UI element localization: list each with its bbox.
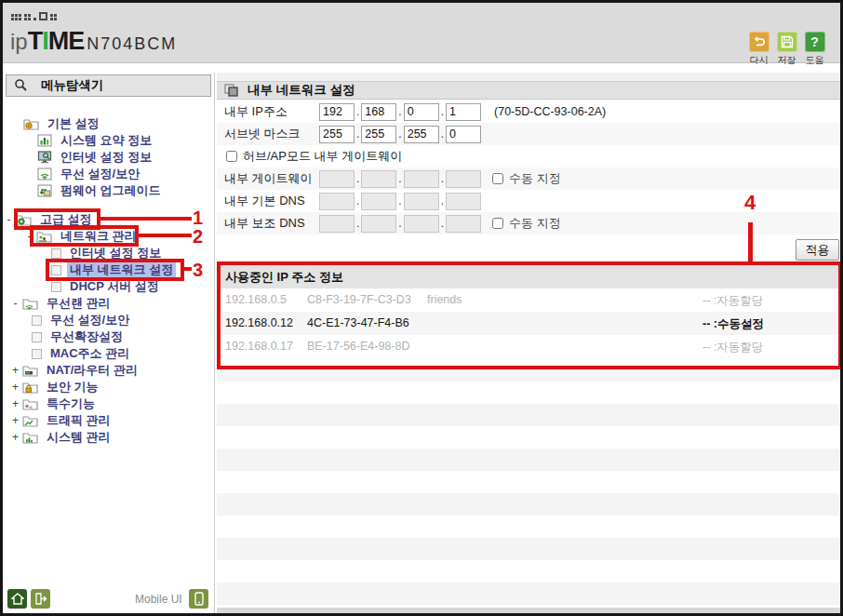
header-buttons: 다시저장?도움 — [746, 32, 827, 67]
ip-octet-input[interactable] — [361, 215, 396, 233]
sidebar-item[interactable]: 무선 설정/보안 — [3, 312, 215, 328]
sidebar-item[interactable]: +특수기능 — [3, 395, 215, 412]
wifi-icon — [37, 167, 52, 181]
sidebar-item[interactable]: 시스템 요약 정보 — [3, 132, 215, 149]
mobile-phone-icon[interactable] — [189, 589, 208, 609]
sidebar-item-label: 특수기능 — [44, 395, 98, 413]
sidebar-item-label: 시스템 관리 — [44, 428, 114, 447]
ip-octet-input[interactable] — [361, 193, 396, 210]
ip-octet-input[interactable] — [319, 170, 355, 188]
ip-usage-table: 사용중인 IP 주소 정보 192.168.0.5C8-F3-19-7F-C3-… — [218, 265, 838, 358]
tree-expand-icon[interactable]: + — [11, 431, 20, 444]
app-header: ipTIMEN704BCM 다시저장?도움 — [3, 3, 840, 63]
field-label: 내부 기본 DNS — [217, 193, 319, 209]
field-label: 서브넷 마스크 — [217, 126, 319, 142]
sidebar-item-label: 내부 네트워크 설정 — [67, 261, 176, 279]
ip-address: 192.168.0.5 — [225, 293, 287, 306]
sidebar-item[interactable]: -고급 설정 — [3, 211, 215, 228]
sidebar-item[interactable]: 인터넷 설정 정보 — [3, 245, 215, 261]
sidebar-item-label: 펌웨어 업그레이드 — [58, 181, 164, 200]
sidebar-item[interactable]: +시스템 관리 — [3, 429, 215, 446]
page-title: 내부 네트워크 설정 — [248, 82, 355, 99]
sidebar-item[interactable]: 무선 설정/보안 — [3, 166, 215, 182]
host-name: friends — [427, 293, 462, 306]
ip-octet-input[interactable] — [319, 103, 355, 121]
ip-octet-input[interactable] — [446, 126, 481, 143]
도움-button[interactable]: ?도움 — [802, 32, 827, 67]
monitor-icon — [37, 151, 52, 164]
manual-assign-checkbox[interactable] — [492, 218, 503, 229]
leaf-icon — [32, 315, 42, 326]
menu-explorer-header: 메뉴탐색기 — [6, 74, 211, 97]
ip-octet-input[interactable] — [319, 193, 355, 210]
assign-status: -- :수동설정 — [702, 316, 764, 332]
form-row: 내부 IP주소...(70-5D-CC-93-06-2A) — [217, 100, 843, 123]
iptime-logo: ipTIMEN704BCM — [10, 27, 177, 56]
sidebar-item[interactable]: +보안 기능 — [3, 379, 215, 395]
ip-octet-input[interactable] — [319, 215, 355, 233]
sidebar-item[interactable]: -무선랜 관리 — [3, 295, 215, 312]
sidebar-item-label: NAT/라우터 관리 — [44, 361, 140, 380]
model-name: N704BCM — [87, 34, 177, 54]
sidebar-item[interactable]: +트래픽 관리 — [3, 412, 215, 429]
sidebar-item[interactable]: -네트워크 관리 — [3, 228, 215, 245]
folder-lock-icon — [22, 381, 38, 394]
sidebar-item[interactable]: +NAT/라우터 관리 — [3, 362, 215, 379]
firmware-icon — [37, 184, 52, 197]
folder-system-icon — [22, 431, 38, 444]
ip-address: 192.168.0.17 — [225, 340, 293, 353]
sidebar-item-label: 기본 설정 — [45, 114, 102, 133]
sidebar-item-label: 보안 기능 — [44, 378, 101, 396]
mobile-ui-link[interactable]: Mobile UI — [135, 593, 182, 606]
tree-collapse-icon[interactable]: - — [11, 297, 20, 310]
sidebar-item-label: 인터넷 설정 정보 — [58, 148, 154, 167]
tree-expand-icon[interactable]: + — [11, 397, 20, 410]
ip-octet-input[interactable] — [404, 170, 439, 188]
sidebar-item[interactable]: 기본 설정 — [3, 115, 215, 132]
ip-octet-input[interactable] — [319, 126, 355, 143]
sidebar-item[interactable]: MAC주소 관리 — [3, 345, 215, 362]
content-top-strip — [217, 73, 843, 81]
sidebar-item[interactable]: 펌웨어 업그레이드 — [3, 182, 215, 199]
field-label: 내부 보조 DNS — [217, 215, 319, 232]
manual-assign-checkbox[interactable] — [492, 173, 503, 184]
folder-network-icon — [36, 230, 52, 243]
window-cascade-icon — [224, 84, 238, 97]
apply-button[interactable]: 적용 — [796, 239, 839, 261]
tree-collapse-icon[interactable]: - — [25, 230, 33, 243]
logo-dots-icon — [11, 11, 57, 20]
sidebar-item[interactable]: 무선확장설정 — [3, 328, 215, 345]
home-icon[interactable] — [7, 589, 27, 609]
leaf-icon — [32, 332, 42, 342]
ip-octet-input[interactable] — [404, 103, 439, 121]
leaf-icon — [51, 282, 61, 292]
sidebar-item[interactable]: 인터넷 설정 정보 — [3, 149, 215, 166]
sidebar-item[interactable]: 내부 네트워크 설정 — [3, 261, 215, 278]
ip-octet-input[interactable] — [446, 103, 481, 121]
logout-icon[interactable] — [31, 589, 50, 609]
tree-collapse-icon[interactable]: - — [5, 213, 13, 226]
ip-octet-input[interactable] — [446, 215, 481, 233]
field-label: 내부 게이트웨이 — [217, 170, 319, 187]
ip-octet-input[interactable] — [446, 193, 481, 210]
leaf-icon — [51, 265, 61, 275]
menu-advanced-group: -고급 설정-네트워크 관리인터넷 설정 정보내부 네트워크 설정DHCP 서버… — [3, 211, 215, 446]
저장-button[interactable]: 저장 — [774, 32, 799, 67]
hub-ap-mode-checkbox[interactable] — [226, 151, 237, 162]
ip-octet-input[interactable] — [446, 170, 481, 188]
ip-octet-input[interactable] — [361, 126, 396, 143]
tree-expand-icon[interactable]: + — [11, 364, 20, 377]
ip-octet-input[interactable] — [404, 126, 439, 143]
logo-prefix: ip — [10, 29, 28, 55]
ip-octet-input[interactable] — [361, 103, 396, 121]
ip-octet-input[interactable] — [404, 193, 439, 210]
ip-octet-input[interactable] — [404, 215, 439, 233]
ip-octet-input[interactable] — [361, 170, 396, 188]
tree-expand-icon[interactable]: + — [11, 414, 20, 427]
tree-expand-icon[interactable]: + — [11, 381, 20, 394]
다시-button[interactable]: 다시 — [746, 32, 771, 67]
ip-usage-table-rows: 192.168.0.5C8-F3-19-7F-C3-D3friends-- :자… — [218, 288, 838, 358]
folder-misc-icon — [22, 397, 38, 410]
folder-traffic-icon — [22, 414, 38, 427]
sidebar-item[interactable]: DHCP 서버 설정 — [3, 278, 215, 295]
